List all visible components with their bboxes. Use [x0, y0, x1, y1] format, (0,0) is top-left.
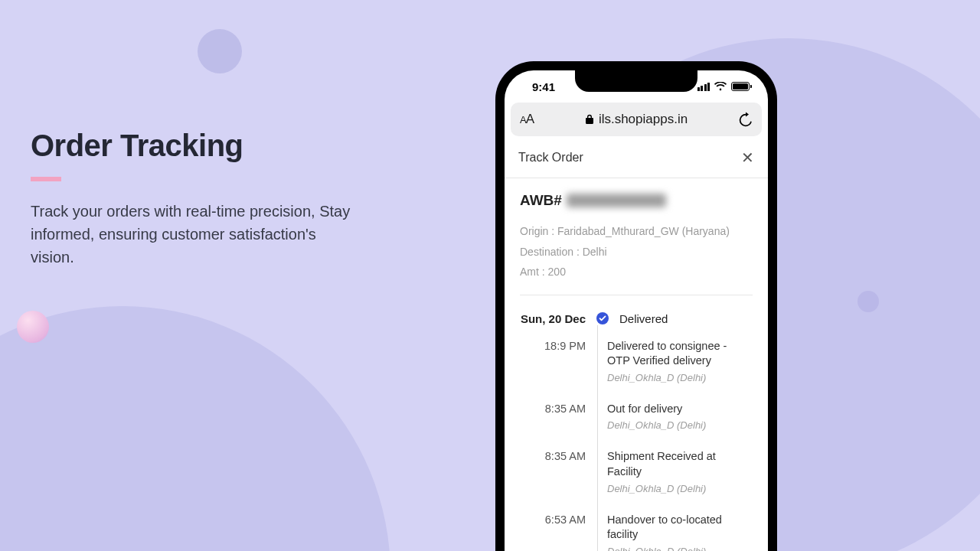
text-size-button[interactable]: AA [520, 112, 534, 127]
decor-circle [17, 311, 49, 343]
event-loc: Delhi_Okhla_D (Delhi) [607, 419, 748, 431]
timeline-event: 18:9 PM Delivered to consignee - OTP Ver… [520, 339, 753, 383]
awb-blurred [567, 194, 666, 207]
hero-text: Order Tracking Track your orders with re… [31, 129, 352, 269]
page-desc: Track your orders with real-time precisi… [31, 200, 352, 269]
event-time: 6:53 AM [520, 513, 586, 551]
event-title: Shipment Received at Facility [607, 449, 748, 479]
timeline-event: 6:53 AM Handover to co-located facility … [520, 513, 753, 551]
status-time: 9:41 [532, 80, 555, 93]
event-loc: Delhi_Okhla_D (Delhi) [607, 372, 748, 383]
event-time: 8:35 AM [520, 449, 586, 494]
decor-circle [198, 29, 242, 73]
page-title: Order Tracking [31, 129, 352, 163]
battery-icon [731, 82, 750, 91]
amount-text: Amt : 200 [520, 262, 753, 282]
destination-text: Destination : Delhi [520, 242, 753, 262]
wifi-icon [714, 82, 727, 91]
check-icon [596, 312, 609, 324]
phone-screen: 9:41 AA ils.shopiapps.in [505, 70, 768, 551]
event-time: 18:9 PM [520, 339, 586, 383]
timeline-event: 8:35 AM Out for delivery Delhi_Okhla_D (… [520, 402, 753, 432]
close-icon[interactable]: ✕ [741, 150, 754, 165]
awb-number: AWB# [520, 192, 753, 209]
divider [520, 295, 753, 295]
event-title: Out for delivery [607, 402, 748, 417]
event-loc: Delhi_Okhla_D (Delhi) [607, 546, 748, 551]
timeline-day-header: Sun, 20 Dec Delivered [520, 312, 753, 325]
day-date: Sun, 20 Dec [520, 312, 586, 325]
browser-url-bar[interactable]: AA ils.shopiapps.in [511, 103, 762, 136]
signal-icon [697, 83, 710, 91]
modal-header: Track Order ✕ [505, 136, 768, 178]
timeline-event: 8:35 AM Shipment Received at Facility De… [520, 449, 753, 494]
reload-icon[interactable] [739, 112, 753, 127]
event-title: Handover to co-located facility [607, 513, 748, 543]
decor-circle [858, 291, 879, 312]
url-domain: ils.shopiapps.in [599, 112, 688, 127]
day-status: Delivered [619, 312, 668, 325]
phone-notch [575, 70, 697, 92]
event-time: 8:35 AM [520, 402, 586, 432]
origin-text: Origin : Faridabad_Mthurard_GW (Haryana) [520, 221, 753, 242]
accent-bar [31, 177, 61, 181]
phone-frame: 9:41 AA ils.shopiapps.in [495, 61, 777, 551]
shipment-meta: Origin : Faridabad_Mthurard_GW (Haryana)… [520, 221, 753, 282]
timeline: Sun, 20 Dec Delivered 18:9 PM Delivered … [520, 312, 753, 551]
event-loc: Delhi_Okhla_D (Delhi) [607, 483, 748, 494]
event-title: Delivered to consignee - OTP Verified de… [607, 339, 748, 369]
modal-title: Track Order [518, 151, 583, 165]
decor-circle [0, 306, 390, 551]
lock-icon [585, 114, 594, 125]
